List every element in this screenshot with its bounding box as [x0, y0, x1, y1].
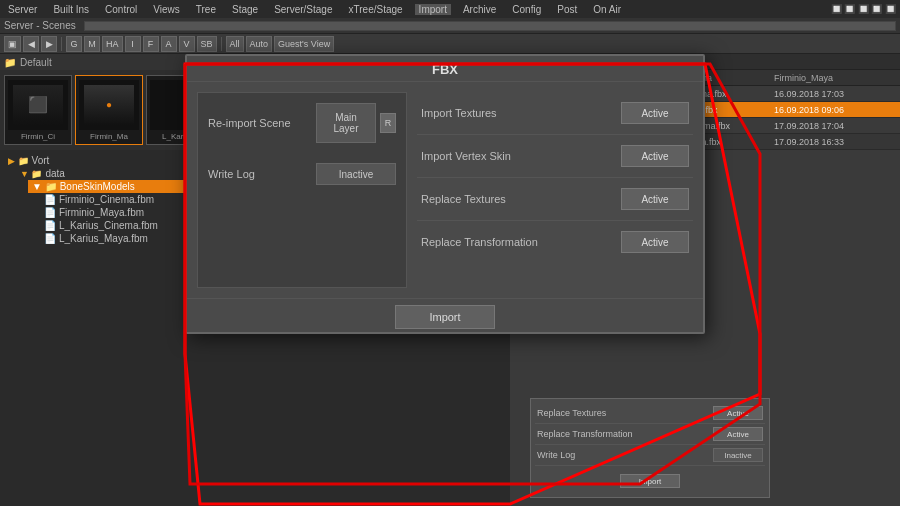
fbx-dialog: FBX Re-import Scene MainLayer R Write Lo…	[185, 54, 705, 334]
toolbar-a[interactable]: A	[161, 36, 177, 52]
fbx-dialog-title: FBX	[187, 56, 703, 82]
fbx-dialog-body: Re-import Scene MainLayer R Write Log In…	[187, 82, 703, 298]
toolbar-f[interactable]: F	[143, 36, 159, 52]
server-scenes-bar: Server - Scenes	[0, 18, 900, 34]
small-label-1: Replace Transformation	[537, 429, 633, 439]
fbx-active-btn-0[interactable]: Active	[621, 102, 689, 124]
folder-icon: 📁	[4, 57, 16, 68]
scene-date-1: 16.09.2018 09:06	[774, 105, 894, 115]
small-inactive-btn-2[interactable]: Inactive	[713, 448, 763, 462]
tree-label-kariusci: L_Karius_Cinema.fbm	[59, 220, 158, 231]
tree-label-firminioci: Firminio_Cinema.fbm	[59, 194, 154, 205]
system-icons: 🔲 🔲 🔲 🔲 🔲	[831, 4, 896, 14]
layer-arrow-label: R	[385, 118, 392, 128]
toolbar-i[interactable]: I	[125, 36, 141, 52]
menu-views[interactable]: Views	[149, 4, 184, 15]
breadcrumb-default: Default	[20, 57, 52, 68]
tree-label-data: data	[45, 168, 64, 179]
menu-xtreestage[interactable]: xTree/Stage	[345, 4, 407, 15]
small-active-label-1: Active	[727, 430, 749, 439]
toolbar-icon3[interactable]: ▶	[41, 36, 57, 52]
toolbar-sb[interactable]: SB	[197, 36, 217, 52]
thumb-img-1: ●	[79, 80, 139, 130]
toolbar-m[interactable]: M	[84, 36, 100, 52]
menu-tree[interactable]: Tree	[192, 4, 220, 15]
menu-stage[interactable]: Stage	[228, 4, 262, 15]
thumb-label-0: Firmin_Ci	[5, 132, 71, 141]
file-icon-kariusci: 📄	[44, 220, 56, 231]
menu-archive[interactable]: Archive	[459, 4, 500, 15]
menu-config[interactable]: Config	[508, 4, 545, 15]
fbx-footer: Import	[187, 298, 703, 335]
small-row-replace-textures: Replace Textures Active	[535, 403, 765, 424]
fbx-option-label-3: Replace Transformation	[421, 236, 538, 248]
menu-import[interactable]: Import	[415, 4, 451, 15]
fbx-inactive-button[interactable]: Inactive	[316, 163, 396, 185]
small-import-label: Import	[639, 477, 662, 486]
fbx-writelog-label: Write Log	[208, 168, 255, 180]
file-icon-kariusma: 📄	[44, 233, 56, 244]
small-inactive-label-2: Inactive	[724, 451, 752, 460]
fbx-layer-box: MainLayer R	[316, 103, 396, 143]
fbx-active-btn-3[interactable]: Active	[621, 231, 689, 253]
thumbnail-0[interactable]: ⬛ Firmin_Ci	[4, 75, 72, 145]
toolbar-v[interactable]: V	[179, 36, 195, 52]
scene-date-0: 16.09.2018 17:03	[774, 89, 894, 99]
fbx-option-vertex-skin: Import Vertex Skin Active	[417, 135, 693, 178]
main-toolbar: ▣ ◀ ▶ G M HA I F A V SB All Auto Guest's…	[0, 34, 900, 54]
thumbnail-1[interactable]: ● Firmin_Ma	[75, 75, 143, 145]
fbx-active-label-1: Active	[641, 151, 668, 162]
toolbar-all[interactable]: All	[226, 36, 244, 52]
fbx-option-import-textures: Import Textures Active	[417, 92, 693, 135]
file-icon-firminioci: 📄	[44, 194, 56, 205]
small-label-0: Replace Textures	[537, 408, 606, 418]
thumb-label-1: Firmin_Ma	[76, 132, 142, 141]
toolbar-sep1	[61, 37, 62, 51]
fbx-active-btn-1[interactable]: Active	[621, 145, 689, 167]
fbx-import-label: Import	[429, 311, 460, 323]
small-active-btn-1[interactable]: Active	[713, 427, 763, 441]
toolbar-icon2[interactable]: ◀	[23, 36, 39, 52]
fbx-active-label-3: Active	[641, 237, 668, 248]
fbx-right-section: Import Textures Active Import Vertex Ski…	[417, 92, 693, 288]
toolbar-sep2	[221, 37, 222, 51]
tree-label-boneskin: BoneSkinModels	[60, 181, 135, 192]
fbx-inactive-label: Inactive	[339, 169, 373, 180]
fbx-active-label-2: Active	[641, 194, 668, 205]
file-icon-firminioma: 📄	[44, 207, 56, 218]
tree-label-vort: Vort	[32, 155, 50, 166]
scene-date-2: 17.09.2018 17:04	[774, 121, 894, 131]
col-header-date: Firminio_Maya	[774, 73, 894, 83]
fbx-active-btn-2[interactable]: Active	[621, 188, 689, 210]
small-import-button[interactable]: Import	[620, 474, 680, 488]
thumb-img-0: ⬛	[8, 80, 68, 130]
toolbar-auto[interactable]: Auto	[246, 36, 273, 52]
small-row-replace-transformation: Replace Transformation Active	[535, 424, 765, 445]
small-active-btn-0[interactable]: Active	[713, 406, 763, 420]
layer-arrow[interactable]: R	[380, 113, 396, 133]
toolbar-icon1[interactable]: ▣	[4, 36, 21, 52]
fbx-option-replace-transformation: Replace Transformation Active	[417, 221, 693, 263]
fbx-option-replace-textures: Replace Textures Active	[417, 178, 693, 221]
toolbar-ha[interactable]: HA	[102, 36, 123, 52]
fbx-writelog-row: Write Log Inactive	[208, 163, 396, 185]
fbx-option-label-2: Replace Textures	[421, 193, 506, 205]
menu-serverstage[interactable]: Server/Stage	[270, 4, 336, 15]
scene-date-3: 17.09.2018 16:33	[774, 137, 894, 147]
fbx-active-label-0: Active	[641, 108, 668, 119]
toolbar-guests-view[interactable]: Guest's View	[274, 36, 334, 52]
menu-server[interactable]: Server	[4, 4, 41, 15]
menu-onair[interactable]: On Air	[589, 4, 625, 15]
menu-builtins[interactable]: Built Ins	[49, 4, 93, 15]
fbx-option-label-1: Import Vertex Skin	[421, 150, 511, 162]
tree-label-kariusma: L_Karius_Maya.fbm	[59, 233, 148, 244]
folder-icon-vort: ▶ 📁	[8, 156, 29, 166]
layer-button[interactable]: MainLayer	[316, 103, 376, 143]
folder-icon-data: ▼ 📁	[20, 169, 42, 179]
menu-post[interactable]: Post	[553, 4, 581, 15]
menu-control[interactable]: Control	[101, 4, 141, 15]
fbx-import-button[interactable]: Import	[395, 305, 495, 329]
layer-button-label: MainLayer	[333, 112, 358, 134]
toolbar-g[interactable]: G	[66, 36, 82, 52]
small-active-label-0: Active	[727, 409, 749, 418]
